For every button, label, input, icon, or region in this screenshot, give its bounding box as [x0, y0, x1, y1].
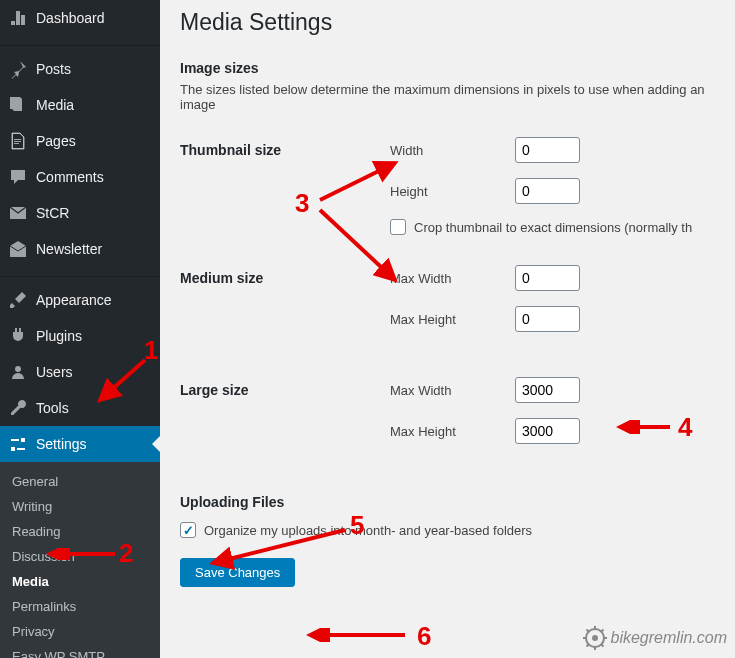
- pin-icon: [8, 59, 28, 79]
- submenu-easy-wp-smtp[interactable]: Easy WP SMTP: [0, 644, 160, 658]
- sidebar-item-posts[interactable]: Posts: [0, 51, 160, 87]
- thumbnail-width-input[interactable]: [515, 137, 580, 163]
- users-icon: [8, 362, 28, 382]
- sidebar-item-pages[interactable]: Pages: [0, 123, 160, 159]
- submenu-writing[interactable]: Writing: [0, 494, 160, 519]
- sidebar-item-label: Plugins: [36, 328, 82, 344]
- submenu-permalinks[interactable]: Permalinks: [0, 594, 160, 619]
- medium-maxw-input[interactable]: [515, 265, 580, 291]
- large-maxh-label: Max Height: [390, 424, 515, 439]
- uploading-files-heading: Uploading Files: [180, 494, 715, 510]
- sidebar-item-label: Posts: [36, 61, 71, 77]
- sidebar-item-label: Media: [36, 97, 74, 113]
- large-size-label: Large size: [180, 362, 380, 474]
- sidebar-item-label: Settings: [36, 436, 87, 452]
- image-sizes-desc: The sizes listed below determine the max…: [180, 82, 715, 112]
- dashboard-icon: [8, 8, 28, 28]
- thumbnail-height-input[interactable]: [515, 178, 580, 204]
- main-content: Media Settings Image sizes The sizes lis…: [160, 0, 735, 658]
- admin-sidebar: Dashboard Posts Media Pages Comments StC…: [0, 0, 160, 658]
- medium-maxw-label: Max Width: [390, 271, 515, 286]
- email-icon: [8, 203, 28, 223]
- page-title: Media Settings: [180, 0, 715, 40]
- sidebar-item-appearance[interactable]: Appearance: [0, 282, 160, 318]
- medium-size-label: Medium size: [180, 250, 380, 362]
- image-sizes-heading: Image sizes: [180, 60, 715, 76]
- medium-maxh-input[interactable]: [515, 306, 580, 332]
- large-maxw-input[interactable]: [515, 377, 580, 403]
- thumbnail-size-label: Thumbnail size: [180, 122, 380, 250]
- organize-checkbox[interactable]: [180, 522, 196, 538]
- submenu-reading[interactable]: Reading: [0, 519, 160, 544]
- brush-icon: [8, 290, 28, 310]
- crop-checkbox[interactable]: [390, 219, 406, 235]
- sidebar-item-dashboard[interactable]: Dashboard: [0, 0, 160, 36]
- sidebar-item-comments[interactable]: Comments: [0, 159, 160, 195]
- sidebar-item-users[interactable]: Users: [0, 354, 160, 390]
- sidebar-item-tools[interactable]: Tools: [0, 390, 160, 426]
- large-maxh-input[interactable]: [515, 418, 580, 444]
- sidebar-item-label: StCR: [36, 205, 69, 221]
- sidebar-item-label: Tools: [36, 400, 69, 416]
- sidebar-item-label: Newsletter: [36, 241, 102, 257]
- comment-icon: [8, 167, 28, 187]
- tools-icon: [8, 398, 28, 418]
- sidebar-item-plugins[interactable]: Plugins: [0, 318, 160, 354]
- large-maxw-label: Max Width: [390, 383, 515, 398]
- organize-checkbox-label: Organize my uploads into month- and year…: [204, 523, 532, 538]
- sidebar-item-media[interactable]: Media: [0, 87, 160, 123]
- media-icon: [8, 95, 28, 115]
- sidebar-item-settings[interactable]: Settings: [0, 426, 160, 462]
- svg-point-0: [15, 366, 21, 372]
- sidebar-item-label: Dashboard: [36, 10, 105, 26]
- plug-icon: [8, 326, 28, 346]
- sidebar-item-stcr[interactable]: StCR: [0, 195, 160, 231]
- sidebar-item-label: Pages: [36, 133, 76, 149]
- sidebar-item-newsletter[interactable]: Newsletter: [0, 231, 160, 267]
- sidebar-item-label: Users: [36, 364, 73, 380]
- medium-maxh-label: Max Height: [390, 312, 515, 327]
- thumbnail-height-label: Height: [390, 184, 515, 199]
- settings-submenu: General Writing Reading Discussion Media…: [0, 462, 160, 658]
- settings-form: Thumbnail size Width Height Crop thumbna…: [180, 122, 715, 474]
- submenu-media[interactable]: Media: [0, 569, 160, 594]
- sidebar-item-label: Comments: [36, 169, 104, 185]
- crop-checkbox-label: Crop thumbnail to exact dimensions (norm…: [414, 220, 692, 235]
- thumbnail-width-label: Width: [390, 143, 515, 158]
- save-changes-button[interactable]: Save Changes: [180, 558, 295, 587]
- submenu-privacy[interactable]: Privacy: [0, 619, 160, 644]
- sliders-icon: [8, 434, 28, 454]
- submenu-general[interactable]: General: [0, 469, 160, 494]
- sidebar-item-label: Appearance: [36, 292, 112, 308]
- page-icon: [8, 131, 28, 151]
- submenu-discussion[interactable]: Discussion: [0, 544, 160, 569]
- envelope-open-icon: [8, 239, 28, 259]
